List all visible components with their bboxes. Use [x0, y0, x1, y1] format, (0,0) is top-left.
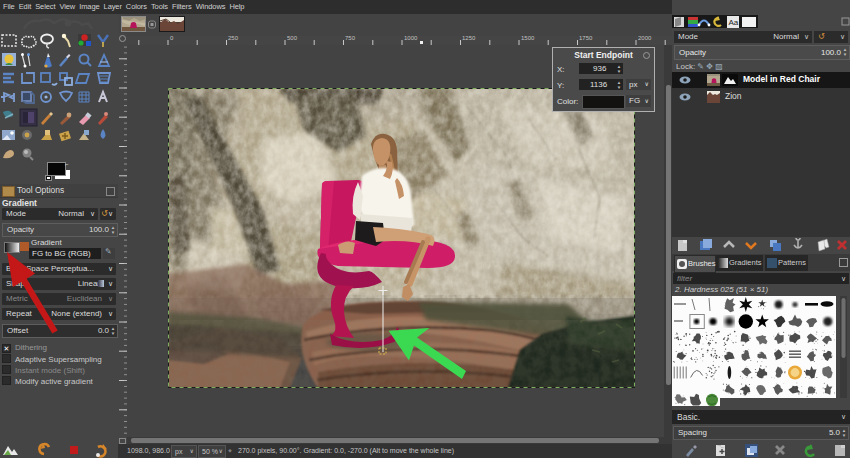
svg-text:Aa: Aa — [729, 18, 739, 27]
